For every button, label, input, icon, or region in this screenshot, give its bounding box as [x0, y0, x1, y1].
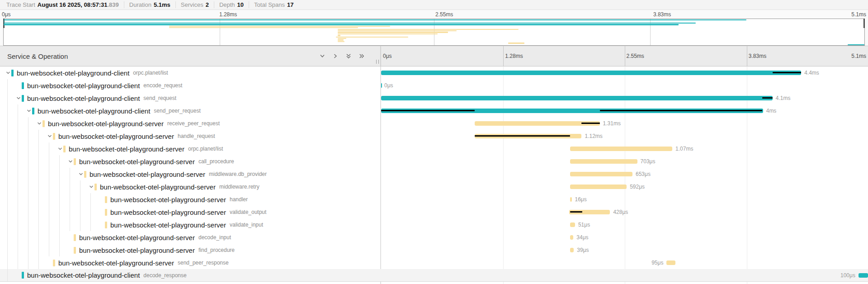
span-name-cell[interactable]: bun-websocket-otel-playground-clientdeco… — [0, 269, 381, 281]
span-row[interactable]: bun-websocket-otel-playground-servervali… — [0, 218, 868, 231]
span-timeline-cell[interactable]: 4ms — [381, 104, 868, 117]
span-timeline-cell[interactable]: 100μs — [381, 269, 868, 281]
span-name-cell[interactable]: bun-websocket-otel-playground-serverhand… — [0, 193, 381, 206]
service-color-bar — [74, 234, 76, 241]
span-duration-bar[interactable] — [859, 273, 868, 278]
span-timeline-cell[interactable]: 1.31ms — [381, 117, 868, 130]
span-row[interactable]: bun-websocket-otel-playground-servercall… — [0, 155, 868, 168]
span-duration-bar[interactable] — [570, 197, 571, 202]
span-name-cell[interactable]: bun-websocket-otel-playground-clientorpc… — [0, 66, 381, 79]
operation-name: validate_output — [230, 209, 266, 215]
collapse-span-chevron-icon[interactable] — [6, 71, 11, 75]
span-timeline-cell[interactable]: 51μs — [381, 218, 868, 231]
span-row[interactable]: bun-websocket-otel-playground-clientorpc… — [0, 66, 868, 79]
span-timeline-cell[interactable]: 1.07ms — [381, 142, 868, 155]
span-duration-bar[interactable] — [381, 71, 801, 75]
collapse-span-chevron-icon[interactable] — [68, 159, 74, 164]
tree-indent-guide — [28, 130, 28, 142]
span-name-cell[interactable]: bun-websocket-otel-playground-serverfind… — [0, 244, 381, 256]
span-name-cell[interactable]: bun-websocket-otel-playground-serverdeco… — [0, 231, 381, 244]
critical-path-segment — [762, 97, 773, 99]
span-duration-bar[interactable] — [570, 172, 632, 176]
span-duration-bar[interactable] — [570, 159, 637, 164]
span-duration-bar[interactable] — [570, 222, 575, 227]
span-row[interactable]: bun-websocket-otel-playground-serverorpc… — [0, 142, 868, 155]
collapse-span-chevron-icon[interactable] — [16, 96, 22, 100]
span-duration-bar[interactable] — [570, 235, 573, 240]
span-row[interactable]: bun-websocket-otel-playground-serverdeco… — [0, 231, 868, 244]
column-resizer[interactable] — [376, 60, 379, 64]
span-row[interactable]: bun-websocket-otel-playground-servervali… — [0, 206, 868, 218]
span-duration-label: 4.4ms — [804, 66, 819, 79]
span-row[interactable]: bun-websocket-otel-playground-clientsend… — [0, 92, 868, 104]
timeline-header-divider — [747, 46, 747, 66]
span-row[interactable]: bun-websocket-otel-playground-servermidd… — [0, 168, 868, 180]
service-name: bun-websocket-otel-playground-server — [69, 145, 184, 153]
span-timeline-cell[interactable]: 95μs — [381, 256, 868, 269]
span-duration-bar[interactable] — [570, 185, 627, 189]
tree-indent-guide — [7, 92, 8, 104]
minimap-right-scrubber-handle[interactable] — [863, 19, 865, 28]
minimap-canvas[interactable] — [3, 19, 865, 46]
double-chevron-right-icon[interactable] — [359, 53, 365, 59]
collapse-span-chevron-icon[interactable] — [79, 172, 84, 176]
span-row[interactable]: bun-websocket-otel-playground-serverfind… — [0, 244, 868, 256]
timeline-tick-label: 5.1ms — [851, 53, 866, 59]
span-timeline-cell[interactable]: 4.1ms — [381, 92, 868, 104]
span-timeline-cell[interactable]: 39μs — [381, 244, 868, 256]
collapse-span-chevron-icon[interactable] — [58, 147, 63, 151]
tree-indent-guide — [18, 244, 18, 256]
span-row[interactable]: bun-websocket-otel-playground-serverhand… — [0, 193, 868, 206]
span-timeline-cell[interactable]: 653μs — [381, 168, 868, 180]
duration-stat: Duration5.1ms — [129, 1, 176, 8]
span-duration-bar[interactable] — [475, 121, 600, 126]
span-row[interactable]: bun-websocket-otel-playground-servermidd… — [0, 180, 868, 193]
span-timeline-cell[interactable]: 592μs — [381, 180, 868, 193]
chevron-right-icon[interactable] — [332, 53, 339, 59]
minimap-span-bar — [336, 37, 408, 38]
span-name-cell[interactable]: bun-websocket-otel-playground-servermidd… — [0, 168, 381, 180]
span-timeline-cell[interactable]: 428μs — [381, 206, 868, 218]
span-timeline-cell[interactable]: 16μs — [381, 193, 868, 206]
tree-indent-guide — [7, 79, 8, 92]
span-name-cell[interactable]: bun-websocket-otel-playground-clientsend… — [0, 92, 381, 104]
span-name-cell[interactable]: bun-websocket-otel-playground-serverrece… — [0, 117, 381, 130]
collapse-span-chevron-icon[interactable] — [89, 185, 94, 189]
span-name-cell[interactable]: bun-websocket-otel-playground-servercall… — [0, 155, 381, 168]
span-timeline-cell[interactable]: 703μs — [381, 155, 868, 168]
span-duration-bar[interactable] — [666, 260, 675, 265]
timeline-tick-label: 0μs — [383, 53, 392, 59]
span-name-cell[interactable]: bun-websocket-otel-playground-clientsend… — [0, 104, 381, 117]
tree-indent-guide — [28, 155, 28, 168]
span-timeline-cell[interactable]: 4.4ms — [381, 66, 868, 79]
span-timeline-cell[interactable]: 0μs — [381, 79, 868, 92]
collapse-span-chevron-icon[interactable] — [37, 121, 42, 126]
double-chevron-down-icon[interactable] — [345, 53, 352, 59]
span-timeline-cell[interactable]: 34μs — [381, 231, 868, 244]
span-row[interactable]: bun-websocket-otel-playground-clientdeco… — [0, 269, 868, 282]
span-row[interactable]: bun-websocket-otel-playground-clientenco… — [0, 79, 868, 92]
tree-indent-guide — [7, 244, 8, 256]
span-name-cell[interactable]: bun-websocket-otel-playground-serverhand… — [0, 130, 381, 142]
span-duration-bar[interactable] — [381, 96, 773, 100]
span-row[interactable]: bun-websocket-otel-playground-serversend… — [0, 256, 868, 269]
span-duration-bar[interactable] — [570, 248, 574, 252]
span-name-cell[interactable]: bun-websocket-otel-playground-serversend… — [0, 256, 381, 269]
span-duration-bar[interactable] — [570, 147, 672, 151]
span-name-cell[interactable]: bun-websocket-otel-playground-clientenco… — [0, 79, 381, 92]
span-duration-bar[interactable] — [381, 83, 382, 88]
minimap-span-bar — [4, 19, 746, 20]
span-row[interactable]: bun-websocket-otel-playground-serverrece… — [0, 117, 868, 130]
collapse-span-chevron-icon[interactable] — [27, 109, 32, 113]
collapse-span-chevron-icon[interactable] — [47, 134, 53, 138]
span-name-cell[interactable]: bun-websocket-otel-playground-serverorpc… — [0, 142, 381, 155]
minimap-span-bar — [4, 23, 696, 24]
span-name-cell[interactable]: bun-websocket-otel-playground-servermidd… — [0, 180, 381, 193]
span-name-cell[interactable]: bun-websocket-otel-playground-servervali… — [0, 218, 381, 231]
operation-name: middleware.retry — [219, 184, 259, 190]
span-row[interactable]: bun-websocket-otel-playground-clientsend… — [0, 104, 868, 117]
span-timeline-cell[interactable]: 1.12ms — [381, 130, 868, 142]
span-name-cell[interactable]: bun-websocket-otel-playground-servervali… — [0, 206, 381, 218]
chevron-down-icon[interactable] — [319, 53, 326, 59]
span-row[interactable]: bun-websocket-otel-playground-serverhand… — [0, 130, 868, 142]
